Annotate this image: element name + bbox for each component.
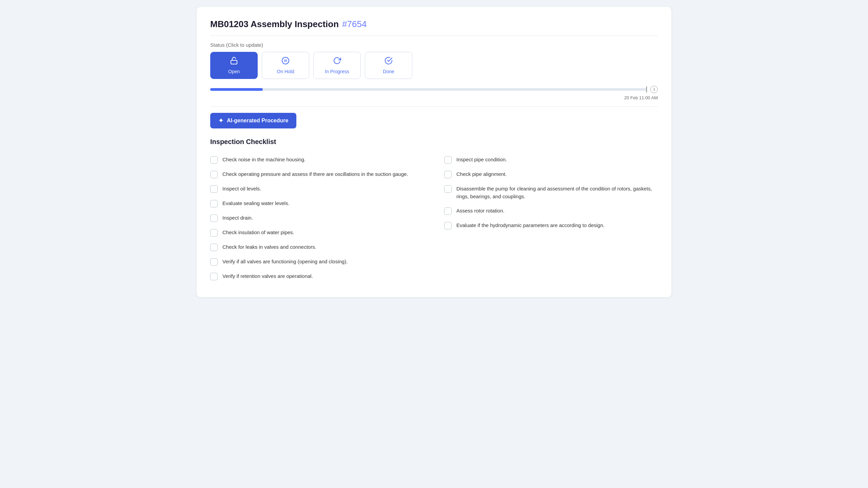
checklist-item-text: Check noise in the machine housing. bbox=[222, 156, 305, 164]
checkbox-right-2[interactable] bbox=[444, 185, 452, 193]
progress-marker bbox=[646, 86, 647, 93]
list-item: Disassemble the pump for cleaning and as… bbox=[444, 182, 658, 204]
checklist-right: Inspect pipe condition. Check pipe align… bbox=[444, 152, 658, 284]
checklist-item-text: Inspect oil levels. bbox=[222, 185, 261, 193]
checklist-item-text: Evaluate if the hydrodynamic parameters … bbox=[456, 222, 605, 229]
list-item: Assess rotor rotation. bbox=[444, 204, 658, 218]
info-icon[interactable]: ℹ bbox=[650, 86, 658, 93]
done-icon bbox=[384, 57, 393, 67]
in-progress-btn-label: In Progress bbox=[325, 69, 349, 74]
on-hold-icon bbox=[281, 57, 290, 67]
progress-time: 20 Feb 11:00 AM bbox=[210, 95, 658, 100]
checkbox-left-0[interactable] bbox=[210, 156, 218, 164]
list-item: Check noise in the machine housing. bbox=[210, 152, 424, 167]
in-progress-icon bbox=[333, 57, 341, 67]
checklist-item-text: Verify if retention valves are operation… bbox=[222, 272, 313, 280]
list-item: Verify if retention valves are operation… bbox=[210, 269, 424, 284]
svg-point-1 bbox=[282, 57, 289, 64]
checkbox-left-2[interactable] bbox=[210, 185, 218, 193]
status-btn-open[interactable]: Open bbox=[210, 52, 258, 79]
list-item: Check insulation of water pipes. bbox=[210, 225, 424, 240]
status-btn-done[interactable]: Done bbox=[365, 52, 412, 79]
checkbox-right-3[interactable] bbox=[444, 207, 452, 215]
status-btn-in-progress[interactable]: In Progress bbox=[313, 52, 361, 79]
checklist-item-text: Check insulation of water pipes. bbox=[222, 229, 294, 237]
page-id: #7654 bbox=[342, 19, 367, 29]
checklist-item-text: Disassemble the pump for cleaning and as… bbox=[456, 185, 658, 200]
checklist-item-text: Inspect drain. bbox=[222, 214, 253, 222]
status-label: Status (Click to update) bbox=[210, 42, 658, 48]
checkbox-left-4[interactable] bbox=[210, 215, 218, 222]
list-item: Inspect oil levels. bbox=[210, 182, 424, 196]
checkbox-left-3[interactable] bbox=[210, 200, 218, 207]
checklist-item-text: Check for leaks in valves and connectors… bbox=[222, 243, 316, 251]
progress-row: ℹ bbox=[210, 86, 658, 93]
checkbox-right-0[interactable] bbox=[444, 156, 452, 164]
done-btn-label: Done bbox=[383, 69, 394, 74]
ai-icon: ✦ bbox=[218, 117, 223, 124]
checklist-title: Inspection Checklist bbox=[210, 138, 658, 146]
ai-btn-label: AI-generated Procedure bbox=[227, 118, 288, 124]
checkbox-left-8[interactable] bbox=[210, 273, 218, 280]
status-buttons: Open On Hold In Progress bbox=[210, 52, 658, 79]
page-title: MB01203 Assembly Inspection bbox=[210, 19, 339, 29]
list-item: Check operating pressure and assess if t… bbox=[210, 167, 424, 182]
list-item: Inspect drain. bbox=[210, 211, 424, 225]
checklist-item-text: Assess rotor rotation. bbox=[456, 207, 505, 215]
progress-bar-outer bbox=[210, 88, 647, 91]
open-btn-label: Open bbox=[228, 69, 240, 74]
open-icon bbox=[230, 57, 238, 67]
checkbox-right-4[interactable] bbox=[444, 222, 452, 229]
status-btn-on-hold[interactable]: On Hold bbox=[262, 52, 309, 79]
checklist-item-text: Check pipe alignment. bbox=[456, 170, 507, 178]
list-item: Evaluate sealing water levels. bbox=[210, 196, 424, 211]
list-item: Inspect pipe condition. bbox=[444, 152, 658, 167]
checklist-item-text: Check operating pressure and assess if t… bbox=[222, 170, 408, 178]
checklist-item-text: Inspect pipe condition. bbox=[456, 156, 507, 164]
on-hold-btn-label: On Hold bbox=[277, 69, 294, 74]
checkbox-left-5[interactable] bbox=[210, 229, 218, 237]
checkbox-right-1[interactable] bbox=[444, 171, 452, 178]
ai-procedure-button[interactable]: ✦ AI-generated Procedure bbox=[210, 113, 296, 128]
svg-rect-0 bbox=[231, 60, 237, 64]
list-item: Check for leaks in valves and connectors… bbox=[210, 240, 424, 255]
checkbox-left-1[interactable] bbox=[210, 171, 218, 178]
list-item: Evaluate if the hydrodynamic parameters … bbox=[444, 218, 658, 233]
progress-bar-inner bbox=[210, 88, 263, 91]
checkbox-left-7[interactable] bbox=[210, 258, 218, 266]
checklist-left: Check noise in the machine housing. Chec… bbox=[210, 152, 424, 284]
list-item: Verify if all valves are functioning (op… bbox=[210, 255, 424, 269]
checklist-item-text: Verify if all valves are functioning (op… bbox=[222, 258, 348, 266]
checklist-grid: Check noise in the machine housing. Chec… bbox=[210, 152, 658, 284]
checklist-item-text: Evaluate sealing water levels. bbox=[222, 200, 290, 207]
checkbox-left-6[interactable] bbox=[210, 244, 218, 251]
divider-1 bbox=[210, 36, 658, 36]
divider-2 bbox=[210, 106, 658, 107]
title-row: MB01203 Assembly Inspection #7654 bbox=[210, 19, 658, 29]
list-item: Check pipe alignment. bbox=[444, 167, 658, 182]
main-card: MB01203 Assembly Inspection #7654 Status… bbox=[197, 7, 671, 297]
